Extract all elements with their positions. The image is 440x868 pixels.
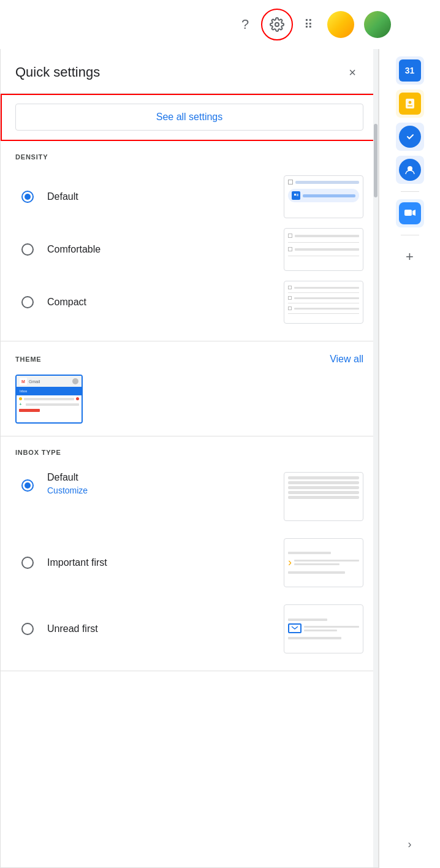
svg-point-5: [408, 101, 412, 104]
density-section-header: DENSITY: [15, 153, 363, 161]
inbox-important-preview: ›: [284, 538, 363, 587]
radio-outer-default: [21, 191, 34, 203]
scrollbar[interactable]: [373, 49, 378, 867]
density-section: DENSITY Default: [1, 141, 378, 341]
theme-inner: M Gmail Inbox: [17, 376, 82, 422]
svg-point-7: [405, 132, 415, 142]
density-compact-preview: [284, 281, 363, 324]
sidebar-add-button[interactable]: +: [396, 243, 424, 271]
inbox-unread-option[interactable]: Unread first: [15, 600, 363, 658]
gear-icon[interactable]: [264, 11, 290, 38]
radio-outer-unread: [21, 623, 34, 635]
theme-section: THEME View all M Gmail I: [1, 341, 378, 436]
inbox-default-option[interactable]: Default Customize: [15, 466, 363, 526]
sidebar-item-tasks[interactable]: [396, 123, 424, 151]
main-container: Quick settings × See all settings DENSIT…: [0, 49, 440, 868]
inbox-unread-radio[interactable]: [15, 617, 40, 641]
view-all-link[interactable]: View all: [330, 354, 363, 365]
svg-marker-10: [412, 210, 415, 216]
right-sidebar: 31: [379, 49, 440, 868]
density-compact-option[interactable]: Compact: [15, 276, 363, 329]
inbox-unread-label: Unread first: [40, 623, 284, 634]
density-default-label: Default: [40, 191, 284, 202]
inbox-default-labels: Default Customize: [40, 472, 284, 495]
inbox-unread-preview: [284, 604, 363, 653]
radio-outer-compact: [21, 296, 34, 308]
sidebar-divider: [401, 191, 419, 192]
sidebar-divider-2: [401, 235, 419, 235]
inbox-important-option[interactable]: Important first ›: [15, 533, 363, 592]
inbox-customize-link[interactable]: Customize: [47, 485, 284, 495]
help-icon[interactable]: ?: [232, 11, 259, 38]
radio-inner-default: [25, 194, 31, 200]
quick-settings-panel: Quick settings × See all settings DENSIT…: [0, 49, 379, 868]
panel-header: Quick settings ×: [1, 49, 378, 94]
sidebar-item-zoom[interactable]: [396, 199, 424, 227]
sidebar-item-calendar[interactable]: 31: [396, 56, 424, 85]
inbox-default-radio[interactable]: [15, 473, 40, 498]
svg-point-0: [275, 23, 279, 26]
apps-icon[interactable]: ⠿: [295, 11, 322, 38]
sidebar-item-contacts[interactable]: [396, 156, 424, 184]
top-bar: ? ⠿: [0, 0, 440, 49]
svg-rect-6: [408, 105, 412, 107]
radio-outer-inbox-default: [21, 479, 34, 492]
radio-inner-inbox-default: [25, 482, 31, 489]
see-all-settings-container: See all settings: [1, 94, 378, 141]
avatar-yellow[interactable]: [327, 11, 354, 38]
radio-outer-comfortable: [21, 243, 34, 256]
density-default-option[interactable]: Default: [15, 170, 363, 223]
theme-section-title: THEME: [15, 356, 42, 363]
theme-section-header: THEME View all: [15, 354, 363, 365]
density-default-radio[interactable]: [15, 185, 40, 209]
radio-outer-important: [21, 557, 34, 569]
scrollbar-thumb[interactable]: [374, 124, 377, 197]
svg-rect-9: [404, 210, 412, 216]
density-default-preview: [284, 175, 363, 218]
sidebar-item-keep[interactable]: [396, 89, 424, 118]
inbox-default-label: Default: [47, 472, 284, 483]
density-comfortable-preview: [284, 228, 363, 271]
inbox-section-header: INBOX TYPE: [15, 449, 363, 456]
inbox-section-title: INBOX TYPE: [15, 449, 61, 456]
theme-preview[interactable]: M Gmail Inbox: [15, 375, 83, 424]
density-comfortable-option[interactable]: Comfortable: [15, 223, 363, 276]
sidebar-expand-chevron[interactable]: ›: [408, 838, 412, 851]
density-compact-label: Compact: [40, 297, 284, 308]
avatar-green[interactable]: [364, 11, 391, 38]
see-all-settings-button[interactable]: See all settings: [15, 104, 363, 131]
inbox-default-preview: [284, 472, 363, 521]
panel-title: Quick settings: [15, 64, 100, 80]
density-compact-radio[interactable]: [15, 290, 40, 314]
close-button[interactable]: ×: [341, 61, 363, 83]
svg-rect-1: [294, 194, 296, 196]
inbox-type-section: INBOX TYPE Default Customize: [1, 436, 378, 671]
density-comfortable-radio[interactable]: [15, 237, 40, 262]
density-section-title: DENSITY: [15, 153, 48, 161]
density-comfortable-label: Comfortable: [40, 244, 284, 255]
inbox-important-label: Important first: [40, 557, 284, 568]
inbox-important-radio[interactable]: [15, 550, 40, 575]
